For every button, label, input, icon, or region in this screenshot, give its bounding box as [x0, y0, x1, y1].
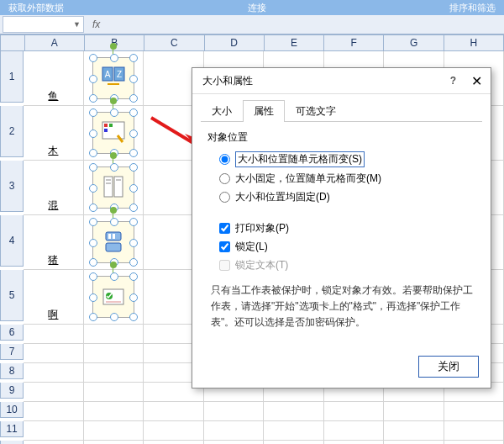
cell[interactable]: 混 [24, 161, 83, 215]
resize-handle[interactable] [129, 163, 138, 172]
resize-handle[interactable] [89, 130, 97, 138]
rotate-handle[interactable] [110, 43, 117, 50]
resize-handle[interactable] [110, 272, 118, 281]
cell[interactable] [444, 402, 504, 421]
radio-move-size-with-cells[interactable]: 大小和位置随单元格而变(S) [219, 151, 475, 167]
resize-handle[interactable] [129, 313, 138, 321]
row-header[interactable]: 8 [0, 363, 24, 379]
tab-size[interactable]: 大小 [201, 100, 243, 122]
resize-handle[interactable] [129, 272, 138, 281]
resize-handle[interactable] [89, 108, 97, 117]
cell[interactable] [84, 441, 144, 444]
cell[interactable] [84, 344, 144, 363]
tab-alt-text[interactable]: 可选文字 [285, 100, 347, 122]
row-header[interactable]: 7 [0, 344, 24, 360]
name-box[interactable]: ▼ [3, 16, 84, 33]
cell[interactable] [24, 402, 83, 421]
cell[interactable] [84, 421, 144, 441]
cell[interactable] [324, 441, 384, 444]
cell[interactable] [324, 421, 384, 441]
row-header[interactable]: 10 [0, 402, 24, 418]
resize-handle[interactable] [129, 293, 138, 302]
cell[interactable] [84, 363, 144, 383]
cell[interactable] [24, 325, 83, 344]
cell[interactable]: 啊 [24, 270, 83, 325]
radio-fixed[interactable]: 大小和位置均固定(D) [219, 190, 475, 204]
row-header[interactable]: 1 [0, 51, 24, 103]
col-header[interactable]: C [144, 34, 204, 51]
resize-handle[interactable] [89, 293, 97, 302]
dropdown-icon[interactable]: ▼ [73, 20, 83, 29]
col-header[interactable]: F [324, 34, 384, 51]
cell[interactable] [324, 402, 384, 421]
resize-handle[interactable] [89, 163, 97, 172]
tab-properties[interactable]: 属性 [243, 100, 285, 122]
resize-handle[interactable] [110, 108, 118, 117]
close-icon[interactable]: ✕ [468, 73, 486, 89]
col-header[interactable]: A [25, 34, 85, 51]
resize-handle[interactable] [129, 239, 138, 247]
cell[interactable] [144, 441, 203, 444]
resize-handle[interactable] [129, 204, 138, 212]
fx-icon[interactable]: fx [92, 18, 100, 30]
cell[interactable] [84, 270, 144, 325]
check-locked[interactable]: 锁定(L) [219, 240, 475, 254]
close-button[interactable]: 关闭 [418, 356, 479, 378]
row-header[interactable]: 3 [0, 161, 24, 212]
check-print-object[interactable]: 打印对象(P) [219, 221, 475, 235]
resize-handle[interactable] [129, 130, 138, 138]
col-header[interactable]: H [444, 34, 504, 51]
ribbon-group-2[interactable]: 连接 [239, 0, 275, 15]
resize-handle[interactable] [89, 204, 97, 212]
cell[interactable] [144, 421, 203, 441]
checkbox-input[interactable] [219, 223, 230, 234]
resize-handle[interactable] [110, 218, 118, 226]
cell[interactable] [84, 402, 144, 421]
cell[interactable] [204, 421, 264, 441]
resize-handle[interactable] [129, 94, 138, 103]
row-header[interactable]: 6 [0, 325, 24, 341]
resize-handle[interactable] [129, 108, 138, 117]
resize-handle[interactable] [129, 258, 138, 267]
radio-input[interactable] [219, 192, 230, 203]
resize-handle[interactable] [129, 149, 138, 157]
resize-handle[interactable] [89, 313, 97, 321]
selected-shape[interactable] [92, 276, 134, 318]
cell[interactable] [144, 402, 203, 421]
selected-shape[interactable]: AZ [92, 57, 134, 99]
cell[interactable] [384, 402, 444, 421]
resize-handle[interactable] [110, 163, 118, 172]
resize-handle[interactable] [89, 272, 97, 281]
col-header[interactable]: G [384, 34, 444, 51]
row-header[interactable]: 9 [0, 383, 24, 399]
ribbon-group-3[interactable]: 排序和筛选 [441, 0, 504, 15]
help-button[interactable]: ? [450, 75, 456, 87]
row-header[interactable]: 11 [0, 421, 24, 437]
rotate-handle[interactable] [110, 262, 117, 268]
select-all-corner[interactable] [0, 34, 25, 51]
cell[interactable] [24, 441, 83, 444]
selected-shape[interactable] [92, 112, 134, 154]
cell[interactable] [264, 441, 323, 444]
cell[interactable] [24, 383, 83, 402]
row-header[interactable]: 12 [0, 441, 24, 444]
cell[interactable] [24, 421, 83, 441]
selected-shape[interactable] [92, 166, 134, 209]
cell[interactable] [444, 421, 504, 441]
cell[interactable] [264, 421, 323, 441]
resize-handle[interactable] [89, 149, 97, 157]
cell[interactable]: 鱼 [24, 51, 83, 106]
resize-handle[interactable] [89, 54, 97, 62]
row-header[interactable]: 5 [0, 270, 24, 321]
checkbox-input[interactable] [219, 241, 230, 252]
resize-handle[interactable] [129, 54, 138, 62]
resize-handle[interactable] [89, 258, 97, 267]
cell[interactable] [204, 402, 264, 421]
resize-handle[interactable] [129, 218, 138, 226]
col-header[interactable]: D [205, 34, 265, 51]
dialog-titlebar[interactable]: 大小和属性 ? ✕ [192, 68, 491, 94]
cell[interactable] [24, 344, 83, 363]
resize-handle[interactable] [89, 75, 97, 83]
resize-handle[interactable] [89, 184, 97, 193]
resize-handle[interactable] [110, 54, 118, 62]
